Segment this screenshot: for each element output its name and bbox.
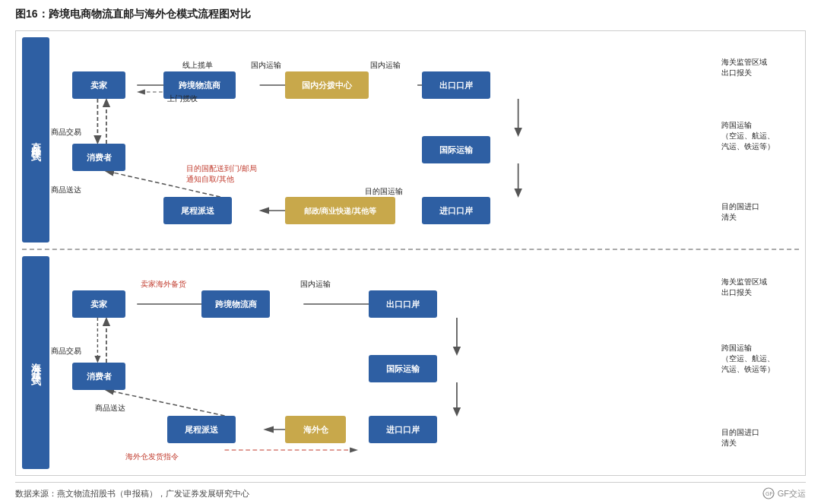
ann-warehouse-order: 海外仓发货指令 (125, 452, 179, 462)
ann-online-order: 线上揽单 (182, 60, 213, 71)
box-export-port2: 出口口岸 (369, 290, 437, 318)
ann-domestic-transport2: 国内运输 (370, 60, 401, 71)
box-export-port1: 出口口岸 (422, 71, 490, 99)
footer-source: 数据来源：燕文物流招股书（申报稿），广发证券发展研究中心 (15, 488, 249, 499)
ann-goods-delivery2: 商品送达 (95, 403, 125, 414)
ann-destination-delivery: 目的国配送到门/邮局通知自取/其他 (186, 163, 285, 185)
watermark-icon: GF (762, 487, 775, 499)
section-direct-mail: 直邮模式 (22, 37, 799, 242)
box-domestic-center: 国内分拨中心 (285, 71, 369, 99)
watermark: GF GF交运 (762, 487, 806, 499)
note-import-clearance2: 目的国进口清关 (721, 427, 799, 449)
box-intl-transport1: 国际运输 (422, 136, 490, 163)
page-title: 图16：跨境电商物流直邮与海外仓模式流程图对比 (15, 8, 806, 21)
box-import-port1: 进口口岸 (422, 197, 490, 224)
box-seller2: 卖家 (72, 290, 125, 318)
section2-right-notes: 海关监管区域出口报关 跨国运输（空运、航运、汽运、铁运等） 目的国进口清关 (715, 256, 799, 469)
box-consumer1: 消费者 (72, 144, 125, 171)
box-overseas-warehouse: 海外仓 (285, 416, 346, 443)
box-last-mile1: 尾程派送 (163, 197, 232, 224)
svg-text:GF: GF (766, 491, 773, 496)
section-overseas-warehouse: 海外仓模式 (22, 256, 799, 469)
box-consumer2: 消费者 (72, 363, 125, 390)
box-last-mile2: 尾程派送 (167, 416, 236, 443)
note-import-clearance1: 目的国进口清关 (721, 201, 799, 223)
note-crossborder-transport2: 跨国运输（空运、航运、汽运、铁运等） (721, 343, 799, 375)
diagram-area: 直邮模式 (15, 30, 806, 476)
ann-goods-trade2: 商品交易 (51, 346, 81, 357)
note-customs1: 海关监管区域出口报关 (721, 57, 799, 78)
section2-content: 卖家 跨境物流商 出口口岸 消费者 国际运输 尾程派送 海外仓 进口口岸 卖家海… (49, 256, 715, 469)
label-overseas-warehouse: 海外仓模式 (22, 256, 49, 469)
section-divider (22, 249, 799, 250)
ann-goods-trade1: 商品交易 (51, 127, 81, 138)
note-customs2: 海关监管区域出口报关 (721, 277, 799, 298)
ann-domestic-transport1: 国内运输 (251, 60, 281, 71)
section1-content: 卖家 跨境物流商 国内分拨中心 出口口岸 消费者 国际运输 尾程派送 邮政/商业… (49, 37, 715, 242)
note-crossborder-transport1: 跨国运输（空运、航运、汽运、铁运等） (721, 120, 799, 152)
box-seller1: 卖家 (72, 71, 125, 99)
box-postal1: 邮政/商业快递/其他等 (285, 197, 395, 224)
box-import-port2: 进口口岸 (369, 416, 437, 443)
ann-destination-transport1: 目的国运输 (365, 186, 403, 197)
box-logistics2: 跨境物流商 (201, 290, 270, 318)
ann-domestic-transport3: 国内运输 (300, 279, 331, 290)
ann-goods-delivery1: 商品送达 (51, 185, 81, 195)
page-container: 图16：跨境电商物流直邮与海外仓模式流程图对比 直邮模式 (0, 0, 821, 504)
footer: 数据来源：燕文物流招股书（申报稿），广发证券发展研究中心 GF GF交运 (15, 482, 806, 499)
section1-right-notes: 海关监管区域出口报关 跨国运输（空运、航运、汽运、铁运等） 目的国进口清关 (715, 37, 799, 242)
ann-overseas-stock: 卖家海外备货 (141, 279, 186, 290)
ann-door-pickup: 上门揽收 (167, 94, 198, 104)
label-direct-mail: 直邮模式 (22, 37, 49, 242)
box-intl-transport2: 国际运输 (369, 355, 437, 382)
